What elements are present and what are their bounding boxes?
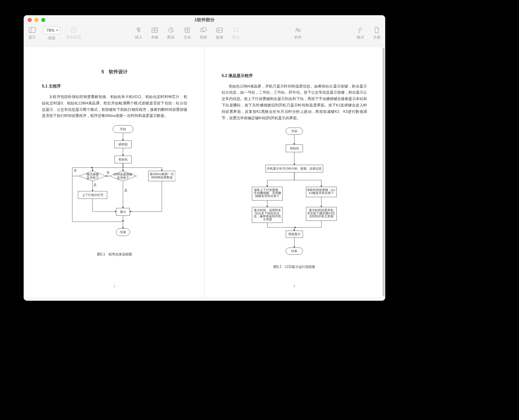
figure-caption: 图5.1 程序总体流程图 bbox=[42, 251, 187, 257]
scrollbar[interactable] bbox=[382, 48, 385, 296]
zoom-select[interactable]: 76% bbox=[43, 27, 60, 34]
plus-icon bbox=[71, 27, 76, 33]
section-heading: 5.2 液晶显示程序 bbox=[222, 72, 367, 80]
add-page-button[interactable]: 添加页面 bbox=[66, 27, 81, 41]
svg-text:显示: 显示 bbox=[120, 210, 126, 214]
view-button[interactable]: 显示 bbox=[27, 27, 37, 41]
toolbar-label: 文本 bbox=[183, 35, 191, 40]
svg-point-15 bbox=[296, 28, 298, 30]
toolbar-label: 形状 bbox=[200, 35, 207, 40]
toolbar-label: 协作 bbox=[294, 35, 302, 40]
figure-caption: 图5.2 LCD显示运行流程图 bbox=[222, 264, 367, 270]
brush-icon bbox=[358, 27, 363, 33]
window-title: 1软件部分 bbox=[24, 17, 385, 23]
page-2[interactable]: 5.2 液晶显示程序 初始化12864液晶屏，开机只显示时间和温度信息。如果按站… bbox=[205, 47, 384, 297]
toolbar-label: 显示 bbox=[28, 35, 36, 40]
text-button[interactable]: 字 文本 bbox=[182, 27, 192, 40]
chapter-heading: 5 软件设计 bbox=[42, 68, 187, 76]
svg-text:开始: 开始 bbox=[120, 127, 126, 131]
sidebar-icon bbox=[29, 27, 35, 33]
body-text: 主程序包括给报站控制变量赋初值、初始化单片机I/O口、初始化实时时钟芯片、初始化… bbox=[42, 94, 187, 119]
insert-button[interactable]: 插入 bbox=[133, 27, 144, 40]
comment-button[interactable]: 批注 bbox=[231, 27, 241, 40]
zoom-control[interactable]: 76% 缩放 bbox=[43, 27, 60, 41]
toolbar: 显示 76% 缩放 添加页面 插入 表格 bbox=[24, 25, 385, 46]
svg-point-16 bbox=[299, 29, 300, 31]
chart-icon bbox=[168, 27, 174, 33]
svg-text:结束: 结束 bbox=[120, 230, 126, 234]
shape-icon bbox=[200, 27, 206, 33]
flowchart-2: 开始 初始化 开机显示年月日时分秒、星期、温度信息 读取上下行设置键、手动播报键… bbox=[222, 126, 367, 261]
titlebar[interactable]: 1软件部分 bbox=[24, 15, 385, 25]
collab-icon bbox=[295, 27, 301, 33]
toolbar-label: 批注 bbox=[232, 35, 240, 40]
svg-text:替换显示: 替换显示 bbox=[288, 232, 300, 236]
svg-text:模式按键是否按下: 模式按键是否按下 bbox=[86, 173, 99, 179]
section-heading: 5.1 主程序 bbox=[42, 83, 187, 90]
svg-text:开机显示年月日时分秒、星期、温度信息: 开机显示年月日时分秒、星期、温度信息 bbox=[267, 167, 322, 170]
toolbar-label: 表格 bbox=[151, 35, 158, 40]
document-button[interactable]: 文稿 bbox=[372, 27, 382, 40]
svg-rect-0 bbox=[29, 28, 35, 33]
paragraph-icon bbox=[136, 27, 141, 33]
svg-text:读取上下行设置键、手动播报键、关闭播报键是否依次按下: 读取上下行设置键、手动播报键、关闭播报键是否依次按下 bbox=[254, 188, 281, 198]
svg-text:每200ms刷新一次时间和温度数值: 每200ms刷新一次时间和温度数值 bbox=[150, 172, 174, 179]
toolbar-label: 添加页面 bbox=[66, 35, 81, 40]
toolbar-label: 缩放 bbox=[48, 35, 55, 41]
svg-text:否: 否 bbox=[74, 169, 77, 172]
toolbar-label: 插入 bbox=[135, 35, 142, 40]
svg-text:初始化: 初始化 bbox=[290, 147, 299, 150]
svg-rect-12 bbox=[203, 28, 206, 31]
svg-text:开始: 开始 bbox=[291, 129, 297, 133]
svg-text:显示时间设置界面,并在按下确定键K4之后回到开机主界面: 显示时间设置界面,并在按下确定键K4之后回到开机主界面 bbox=[307, 208, 335, 218]
page-1[interactable]: 5 软件设计 5.1 主程序 主程序包括给报站控制变量赋初值、初始化单片机I/O… bbox=[25, 47, 204, 297]
svg-text:否: 否 bbox=[106, 171, 109, 174]
svg-text:是: 是 bbox=[124, 189, 127, 192]
svg-text:读取时间设置键，K1-K4键是否依次按下: 读取时间设置键，K1-K4键是否依次按下 bbox=[307, 188, 336, 195]
svg-text:字: 字 bbox=[186, 28, 189, 32]
collab-button[interactable]: 协作 bbox=[293, 27, 303, 40]
svg-point-14 bbox=[218, 29, 219, 30]
table-icon bbox=[152, 27, 158, 33]
media-button[interactable]: 媒体 bbox=[215, 27, 225, 40]
page-number: 2 bbox=[205, 283, 384, 289]
toolbar-label: 图表 bbox=[167, 35, 175, 40]
document-icon bbox=[374, 27, 379, 33]
svg-text:上下行指示灯亮: 上下行指示灯亮 bbox=[82, 193, 103, 197]
svg-text:赋初值: 赋初值 bbox=[119, 143, 128, 146]
svg-text:结束: 结束 bbox=[291, 249, 297, 253]
comment-icon bbox=[233, 27, 239, 33]
app-window: 1软件部分 显示 76% 缩放 添加页面 bbox=[24, 15, 385, 301]
svg-text:初始化: 初始化 bbox=[119, 158, 128, 161]
media-icon bbox=[217, 27, 223, 33]
flowchart-1: 开始 赋初值 初始化 模式按键是否按下 时间设置按键是否按下 每200ms刷新一… bbox=[42, 124, 187, 249]
toolbar-label: 文稿 bbox=[373, 35, 380, 40]
toolbar-label: 格式 bbox=[357, 35, 364, 40]
chart-button[interactable]: 图表 bbox=[166, 27, 176, 40]
document-view[interactable]: 5 软件设计 5.1 主程序 主程序包括给报站控制变量赋初值、初始化单片机I/O… bbox=[24, 46, 385, 301]
page-number: 1 bbox=[25, 283, 204, 289]
format-button[interactable]: 格式 bbox=[355, 27, 366, 40]
svg-text:是: 是 bbox=[94, 183, 97, 187]
body-text: 初始化12864液晶屏，开机只显示时间和温度信息。如果按站台显示按键，则会显示站… bbox=[222, 83, 367, 121]
shape-button[interactable]: 形状 bbox=[198, 27, 208, 40]
toolbar-label: 媒体 bbox=[216, 35, 223, 40]
table-button[interactable]: 表格 bbox=[150, 27, 160, 40]
text-icon: 字 bbox=[184, 27, 190, 33]
